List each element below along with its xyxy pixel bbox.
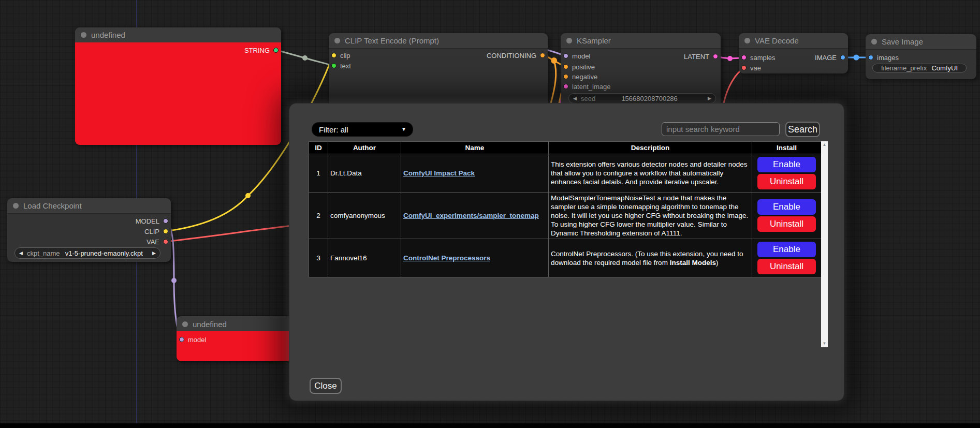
enable-button[interactable]: Enable	[757, 199, 816, 215]
increment-icon[interactable]: ▶	[704, 96, 715, 101]
collapse-dot-icon[interactable]	[744, 38, 750, 43]
filter-select[interactable]: Filter: all	[312, 122, 413, 137]
decrement-icon[interactable]: ◀	[569, 96, 581, 101]
collapse-dot-icon[interactable]	[182, 321, 188, 327]
output-port-conditioning[interactable]: CONDITIONING	[487, 51, 545, 60]
output-port-vae[interactable]: VAE	[147, 237, 168, 246]
input-port-model[interactable]: model	[179, 335, 206, 344]
port-dot-icon[interactable]	[840, 55, 845, 60]
input-port-positive[interactable]: positive	[563, 62, 595, 71]
input-port-images[interactable]: images	[868, 53, 899, 62]
scrollbar-up-icon[interactable]: ▲	[821, 142, 828, 147]
node-header[interactable]: undefined	[177, 316, 295, 332]
input-port-negative[interactable]: negative	[563, 72, 597, 81]
input-port-vae[interactable]: vae	[741, 63, 761, 72]
port-dot-icon[interactable]	[741, 65, 747, 70]
install-cell: EnableUninstall	[752, 193, 822, 239]
node-clip-text-encode[interactable]: CLIP Text Encode (Prompt) clip text COND…	[329, 33, 548, 111]
node-vae-decode[interactable]: VAE Decode samples vae IMAGE	[739, 33, 848, 73]
enable-button[interactable]: Enable	[757, 157, 816, 172]
widget-name: filename_prefix	[881, 64, 927, 72]
uninstall-button[interactable]: Uninstall	[757, 259, 816, 274]
close-button[interactable]: Close	[310, 378, 342, 394]
input-port-model[interactable]: model	[563, 51, 590, 61]
output-port-latent[interactable]: LATENT	[684, 52, 718, 61]
port-dot-icon[interactable]	[563, 64, 568, 69]
input-port-latent-image[interactable]: latent_image	[563, 82, 610, 91]
node-title: KSampler	[577, 36, 611, 45]
input-port-clip[interactable]: clip	[331, 51, 350, 60]
search-input[interactable]	[662, 122, 780, 136]
node-header[interactable]: Save Image	[866, 34, 976, 50]
extension-link[interactable]: ComfyUI Impact Pack	[403, 169, 475, 177]
install-cell: EnableUninstall	[752, 239, 822, 277]
uninstall-button[interactable]: Uninstall	[757, 216, 816, 232]
port-dot-icon[interactable]	[179, 337, 184, 342]
port-dot-icon[interactable]	[163, 239, 168, 244]
extension-id: 2	[309, 193, 328, 239]
ckpt-name-widget[interactable]: ◀ ckpt_name v1-5-pruned-emaonly.ckpt ▶	[14, 247, 160, 259]
port-dot-icon[interactable]	[163, 218, 168, 224]
next-icon[interactable]: ▶	[148, 250, 160, 256]
extension-author: Fannovel16	[328, 239, 401, 277]
collapse-dot-icon[interactable]	[871, 39, 877, 45]
port-dot-icon[interactable]	[563, 84, 568, 89]
filename-prefix-widget[interactable]: filename_prefix ComfyUI	[872, 64, 967, 72]
extension-id: 3	[309, 239, 328, 277]
search-button[interactable]: Search	[785, 122, 820, 137]
input-port-samples[interactable]: samples	[741, 53, 775, 62]
node-title: Load Checkpoint	[23, 201, 82, 210]
column-header-name: Name	[401, 142, 549, 154]
extension-table-body: 1Dr.Lt.DataComfyUI Impact PackThis exten…	[309, 154, 822, 277]
collapse-dot-icon[interactable]	[334, 38, 340, 43]
output-port-string[interactable]: STRING	[244, 46, 279, 55]
output-port-model[interactable]: MODEL	[136, 216, 168, 226]
extension-id: 1	[309, 154, 328, 193]
port-dot-icon[interactable]	[713, 54, 718, 59]
collapse-dot-icon[interactable]	[81, 32, 86, 38]
node-load-checkpoint[interactable]: Load Checkpoint MODEL CLIP VAE ◀ ckpt_na…	[7, 198, 171, 262]
node-header[interactable]: undefined	[75, 27, 281, 43]
install-cell: EnableUninstall	[752, 154, 822, 193]
extension-manager-dialog: Filter: all ▼ Search ID Author Name Desc…	[289, 103, 844, 401]
port-dot-icon[interactable]	[163, 229, 168, 234]
port-dot-icon[interactable]	[563, 74, 568, 79]
port-dot-icon[interactable]	[868, 55, 873, 60]
input-port-text[interactable]: text	[331, 61, 351, 70]
node-ksampler[interactable]: KSampler model positive negative latent_…	[561, 33, 721, 107]
enable-button[interactable]: Enable	[757, 242, 816, 257]
extension-table-container: ID Author Name Description Install 1Dr.L…	[309, 141, 828, 347]
table-row: 2comfyanonymousComfyUI_experiments/sampl…	[309, 193, 822, 239]
port-dot-icon[interactable]	[563, 53, 568, 58]
scrollbar[interactable]: ▲ ▼	[821, 141, 828, 347]
uninstall-button[interactable]: Uninstall	[757, 174, 816, 189]
node-save-image[interactable]: Save Image images filename_prefix ComfyU…	[866, 34, 976, 79]
port-dot-icon[interactable]	[331, 63, 337, 68]
extension-link[interactable]: ControlNet Preprocessors	[403, 254, 490, 262]
output-port-image[interactable]: IMAGE	[815, 53, 845, 62]
scrollbar-down-icon[interactable]: ▼	[821, 341, 828, 346]
node-undefined-top[interactable]: undefined STRING	[75, 27, 281, 145]
widget-value[interactable]: v1-5-pruned-emaonly.ckpt	[60, 249, 149, 257]
port-dot-icon[interactable]	[741, 55, 747, 60]
port-dot-icon[interactable]	[540, 53, 545, 58]
node-header[interactable]: CLIP Text Encode (Prompt)	[329, 33, 548, 49]
collapse-dot-icon[interactable]	[566, 38, 572, 43]
node-header[interactable]: Load Checkpoint	[7, 198, 171, 214]
canvas-bottom-edge	[0, 423, 980, 428]
widget-value[interactable]: ComfyUI	[931, 64, 958, 72]
node-header[interactable]: KSampler	[561, 33, 721, 49]
node-header[interactable]: VAE Decode	[739, 33, 848, 49]
collapse-dot-icon[interactable]	[13, 203, 19, 209]
widget-value[interactable]: 156680208700286	[595, 95, 704, 102]
node-undefined-bottom[interactable]: undefined model	[177, 316, 295, 361]
extension-link[interactable]: ComfyUI_experiments/sampler_tonemap	[403, 212, 539, 219]
output-port-clip[interactable]: CLIP	[144, 227, 168, 236]
column-header-install: Install	[752, 142, 822, 154]
column-header-id: ID	[309, 142, 328, 154]
widget-name: seed	[581, 95, 595, 102]
previous-icon[interactable]: ◀	[15, 250, 27, 256]
seed-widget[interactable]: ◀ seed 156680208700286 ▶	[568, 93, 716, 104]
port-dot-icon[interactable]	[331, 53, 337, 58]
port-dot-icon[interactable]	[273, 48, 279, 53]
